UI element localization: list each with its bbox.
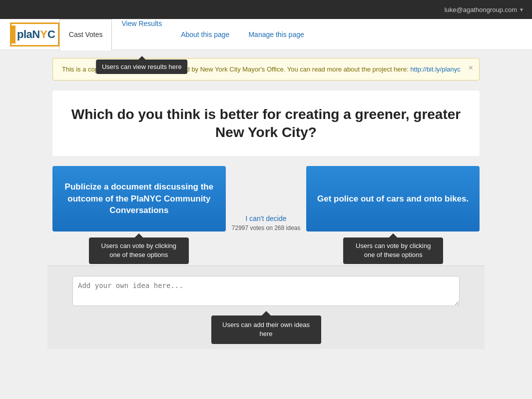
vote-row: Publicize a document discussing the outc… <box>52 166 480 232</box>
add-idea-section: Users can add their own ideas here <box>47 266 485 348</box>
idea-submit-row: Users can add their own ideas here <box>52 311 480 344</box>
user-email: luke@agathongroup.com <box>445 6 517 14</box>
logo-y-text: Y <box>40 28 47 41</box>
add-idea-tooltip-arrow <box>262 311 271 316</box>
left-vote-tooltip: Users can vote by clicking one of these … <box>89 238 189 264</box>
main-content: This is a copy of a wiki survey that was… <box>0 50 532 399</box>
topbar: luke@agathongroup.com ▼ <box>0 0 532 19</box>
votes-count: 72997 votes on 268 ideas <box>232 224 300 232</box>
alert-close-button[interactable]: × <box>469 64 473 72</box>
right-tooltip-container: Users can vote by clicking one of these … <box>307 232 480 264</box>
logo-c-text: C <box>47 28 55 41</box>
header: pla NYC Cast Votes View Results Users ca… <box>0 19 532 50</box>
tab-about[interactable]: About this page <box>171 19 239 50</box>
idea-input[interactable] <box>72 276 460 306</box>
vote-option-right[interactable]: Get police out of cars and onto bikes. <box>306 166 480 232</box>
tab-view-results[interactable]: View Results <box>112 19 171 28</box>
logo[interactable]: pla NYC <box>10 22 59 46</box>
question-text: Which do you think is better for creatin… <box>62 106 470 142</box>
cant-decide-column: I can't decide 72997 votes on 268 ideas <box>226 166 306 232</box>
cant-decide-button[interactable]: I can't decide <box>245 214 286 222</box>
vote-option-left[interactable]: Publicize a document discussing the outc… <box>52 166 226 232</box>
nav-tabs: Cast Votes View Results Users can view r… <box>59 19 314 50</box>
vote-tooltips-row: Users can vote by clicking one of these … <box>52 232 480 262</box>
question-card: Which do you think is better for creatin… <box>52 90 480 156</box>
tab-view-results-container: View Results Users can view results here <box>112 19 171 50</box>
logo-plan-text: pla <box>17 28 32 41</box>
add-idea-tooltip-container: Users can add their own ideas here <box>211 311 321 344</box>
add-idea-tooltip: Users can add their own ideas here <box>211 316 321 344</box>
dropdown-caret: ▼ <box>519 7 524 12</box>
alert-link[interactable]: http://bit.ly/planyc <box>410 66 460 73</box>
tab-manage[interactable]: Manage this page <box>239 19 313 50</box>
left-tooltip-container: Users can vote by clicking one of these … <box>52 232 225 264</box>
right-vote-tooltip: Users can vote by clicking one of these … <box>343 238 443 264</box>
view-results-tooltip: Users can view results here <box>96 60 188 74</box>
user-menu[interactable]: luke@agathongroup.com ▼ <box>445 6 524 14</box>
logo-n-text: N <box>32 28 40 41</box>
tab-cast-votes[interactable]: Cast Votes <box>59 19 112 50</box>
logo-pipe-icon <box>11 26 15 44</box>
